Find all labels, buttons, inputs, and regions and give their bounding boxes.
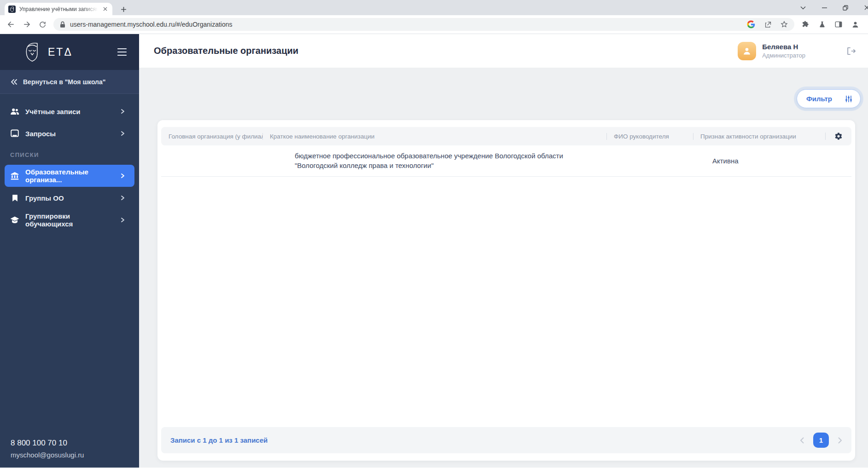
- window-controls: [792, 0, 868, 15]
- logo-text: ЕТΔ: [48, 46, 73, 58]
- user-info: Беляева Н Администратор: [762, 43, 805, 59]
- hamburger-menu-icon[interactable]: [117, 48, 127, 56]
- lock-icon[interactable]: [60, 21, 65, 28]
- sidebar-item-requests[interactable]: Запросы: [0, 122, 139, 144]
- sidebar: ЕТΔ Вернуться в "Моя школа" Учётные запи…: [0, 34, 139, 468]
- share-icon[interactable]: [760, 17, 775, 32]
- close-window-button[interactable]: [856, 0, 868, 15]
- browser-tab[interactable]: Управление учётными записям: [5, 3, 112, 15]
- organizations-table-card: Головная организация (у филиала) Краткое…: [157, 120, 855, 461]
- extensions-puzzle-icon[interactable]: [798, 17, 813, 32]
- filter-sliders-icon: [845, 95, 852, 103]
- page-prev-icon[interactable]: [800, 437, 804, 444]
- table-footer: Записи с 1 до 1 из 1 записей 1: [161, 427, 851, 453]
- chevron-right-icon: [120, 109, 125, 114]
- user-avatar: [738, 42, 756, 60]
- sidebar-section-lists: СПИСКИ: [0, 144, 139, 165]
- user-role: Администратор: [762, 52, 805, 59]
- chevron-right-icon: [120, 195, 125, 201]
- column-header-short-name: Краткое наименование организации: [262, 133, 606, 140]
- back-to-myschool-link[interactable]: Вернуться в "Моя школа": [0, 70, 139, 94]
- chevron-right-icon: [120, 217, 125, 223]
- reload-button[interactable]: [35, 17, 50, 32]
- sidebar-item-accounts[interactable]: Учётные записи: [0, 100, 139, 122]
- site-favicon: [8, 6, 16, 13]
- chevron-right-icon: [120, 131, 125, 136]
- sidebar-item-label: Образовательные организа...: [25, 168, 115, 184]
- tab-search-chevron-icon[interactable]: [792, 0, 814, 15]
- bookmark-star-icon[interactable]: [777, 17, 792, 32]
- google-icon[interactable]: [744, 17, 758, 32]
- filter-button[interactable]: Фильтр: [797, 89, 861, 108]
- cell-short-name: бюджетное профессиональное образовательн…: [262, 151, 580, 170]
- new-tab-button[interactable]: [118, 4, 129, 15]
- pagination: 1: [800, 433, 842, 448]
- minimize-button[interactable]: [814, 0, 835, 15]
- logo-row: ЕТΔ: [0, 34, 139, 70]
- screen: Управление учётными записям: [0, 0, 868, 468]
- column-header-head-fio: ФИО руководителя: [606, 133, 693, 140]
- extension-icons: [798, 17, 864, 32]
- table-empty-space: [161, 177, 851, 427]
- back-link-label: Вернуться в "Моя школа": [23, 78, 105, 86]
- user-block: Беляева Н Администратор: [738, 42, 856, 60]
- sidebar-item-label: Группировки обучающихся: [25, 212, 115, 228]
- filter-button-label: Фильтр: [806, 95, 832, 103]
- restore-button[interactable]: [835, 0, 856, 15]
- browser-toolbar: users-management.myschool.edu.ru/#/eduOr…: [0, 15, 868, 34]
- requests-icon: [9, 128, 20, 139]
- sidebar-item-label: Запросы: [25, 130, 56, 138]
- column-header-activity: Признак активности организации: [693, 133, 825, 140]
- table-settings-button[interactable]: [825, 127, 851, 145]
- bookmark-icon: [9, 194, 20, 202]
- page-next-icon[interactable]: [838, 437, 842, 444]
- table-row[interactable]: бюджетное профессиональное образовательн…: [161, 145, 851, 177]
- page-title: Образовательные организации: [154, 46, 298, 56]
- cell-activity-status: Активна: [693, 157, 825, 165]
- main-area: Образовательные организации Беляева Н Ад…: [139, 34, 868, 468]
- records-summary: Записи с 1 до 1 из 1 записей: [170, 436, 268, 444]
- bank-icon: [9, 171, 20, 181]
- page-header: Образовательные организации Беляева Н Ад…: [139, 34, 868, 68]
- content-area: Фильтр Головная организация (у филиала): [139, 68, 868, 468]
- tab-title: Управление учётными записям: [19, 6, 98, 12]
- browser-chrome: Управление учётными записям: [0, 0, 868, 34]
- table-header-row: Головная организация (у филиала) Краткое…: [161, 127, 851, 145]
- chevron-right-icon: [120, 173, 125, 179]
- url-bar[interactable]: users-management.myschool.edu.ru/#/eduOr…: [53, 18, 794, 31]
- column-header-parent-org: Головная организация (у филиала): [161, 133, 262, 140]
- sidebar-item-edu-organizations[interactable]: Образовательные организа...: [5, 165, 134, 187]
- url-actions: [744, 17, 792, 32]
- sidebar-item-student-groupings[interactable]: Группировки обучающихся: [0, 209, 139, 231]
- back-button[interactable]: [4, 17, 18, 32]
- sidebar-item-oo-groups[interactable]: Группы ОО: [0, 187, 139, 209]
- owl-logo-icon: [23, 41, 41, 63]
- browser-profile-icon[interactable]: [848, 17, 862, 32]
- double-chevron-left-icon: [10, 79, 17, 85]
- side-panel-icon[interactable]: [831, 17, 846, 32]
- page-number-button[interactable]: 1: [813, 433, 829, 448]
- url-text[interactable]: users-management.myschool.edu.ru/#/eduOr…: [70, 21, 739, 28]
- sidebar-item-label: Группы ОО: [25, 194, 64, 202]
- forward-button[interactable]: [19, 17, 34, 32]
- user-name: Беляева Н: [762, 43, 805, 51]
- app-frame: ЕТΔ Вернуться в "Моя школа" Учётные запи…: [0, 34, 868, 468]
- sidebar-item-label: Учётные записи: [25, 108, 81, 116]
- logout-icon[interactable]: [846, 46, 856, 56]
- support-contacts: 8 800 100 70 10 myschool@gosuslugi.ru: [0, 437, 139, 468]
- tab-close-icon[interactable]: [101, 6, 109, 13]
- graduation-cap-icon: [9, 215, 20, 225]
- users-icon: [9, 106, 20, 116]
- support-phone: 8 800 100 70 10: [11, 437, 128, 449]
- flask-icon[interactable]: [815, 17, 829, 32]
- sidebar-menu: Учётные записи Запросы СПИСКИ: [0, 94, 139, 231]
- tab-bar: Управление учётными записям: [0, 0, 868, 15]
- support-email: myschool@gosuslugi.ru: [11, 450, 128, 460]
